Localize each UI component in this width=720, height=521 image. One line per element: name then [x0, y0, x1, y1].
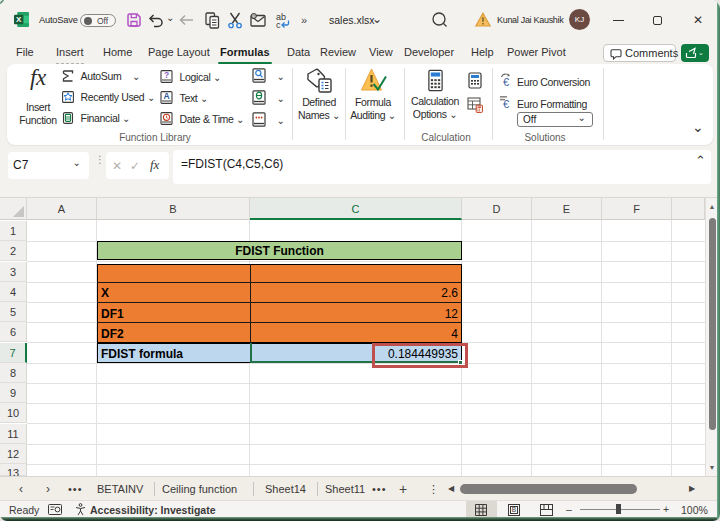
svg-text:B: B	[512, 506, 516, 513]
svg-text:A: A	[164, 91, 170, 101]
svg-text:?: ?	[164, 70, 169, 80]
svg-text:X: X	[16, 15, 22, 24]
svg-text:€: €	[503, 76, 509, 88]
svg-text:@: @	[251, 13, 256, 19]
svg-text:c: c	[276, 20, 281, 30]
